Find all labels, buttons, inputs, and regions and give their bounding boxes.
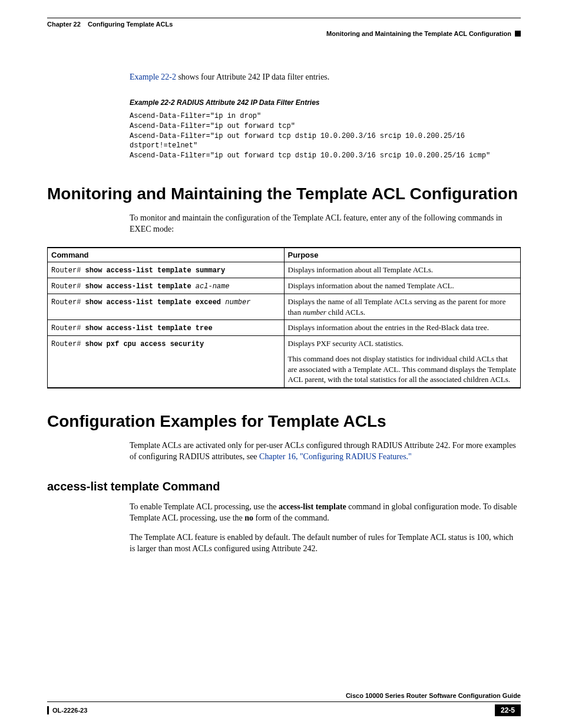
footer-doc-id: OL-2226-23 <box>52 707 87 714</box>
subsection-access-list-template-title: access-list template Command <box>47 480 521 493</box>
table-row: Router# show access-list template tree D… <box>48 320 521 336</box>
table-row: Router# show access-list template summar… <box>48 262 521 278</box>
table-row: Router# show access-list template acl-na… <box>48 278 521 294</box>
section-config-examples-title: Configuration Examples for Template ACLs <box>47 412 521 431</box>
command-table: Command Purpose Router# show access-list… <box>47 247 521 388</box>
header-chapter-title: Configuring Template ACLs <box>88 21 173 28</box>
th-command: Command <box>48 248 285 262</box>
header-chapter: Chapter 22 <box>47 21 81 28</box>
page-header: Chapter 22 Configuring Template ACLs <box>47 21 521 28</box>
page-footer: Cisco 10000 Series Router Software Confi… <box>47 692 521 716</box>
th-purpose: Purpose <box>284 248 521 262</box>
example-heading: Example 22-2 RADIUS Attribute 242 IP Dat… <box>130 98 521 107</box>
code-block: Ascend-Data-Filter="ip in drop" Ascend-D… <box>130 111 521 161</box>
section3-para1: To enable Template ACL processing, use t… <box>130 502 521 524</box>
section1-intro: To monitor and maintain the configuratio… <box>130 213 521 235</box>
footer-guide-title: Cisco 10000 Series Router Software Confi… <box>47 692 521 699</box>
table-row: Router# show access-list template exceed… <box>48 294 521 320</box>
header-section: Monitoring and Maintaining the Template … <box>326 30 511 37</box>
section2-intro: Template ACLs are activated only for per… <box>130 440 521 463</box>
section3-para2: The Template ACL feature is enabled by d… <box>130 532 521 555</box>
header-marker-icon <box>515 31 521 37</box>
footer-bar-icon <box>47 706 49 714</box>
intro-sentence: Example 22-2 shows four Attribute 242 IP… <box>130 73 521 82</box>
example-link[interactable]: Example 22-2 <box>130 73 176 81</box>
page-number-badge: 22-5 <box>495 704 521 716</box>
section-monitoring-title: Monitoring and Maintaining the Template … <box>47 185 521 203</box>
table-row: Router# show pxf cpu access security Dis… <box>48 336 521 388</box>
chapter16-link[interactable]: Chapter 16, "Configuring RADIUS Features… <box>259 452 412 461</box>
